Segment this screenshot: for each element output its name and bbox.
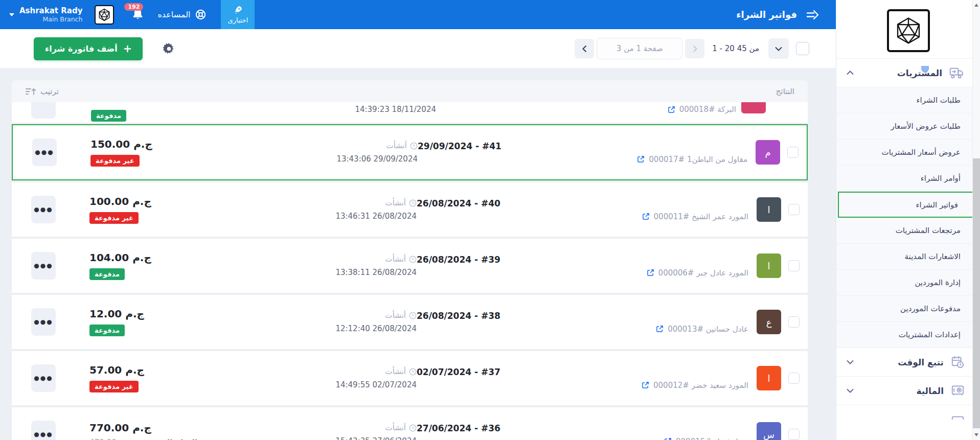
scrollbar-up-arrow-icon[interactable] bbox=[974, 4, 978, 7]
settings-button[interactable] bbox=[162, 42, 176, 56]
created-block: أنشأت 14:49:55 02/07/2024 bbox=[263, 367, 417, 389]
row-checkbox[interactable] bbox=[788, 316, 800, 328]
sort-control[interactable]: ترتيب bbox=[25, 87, 59, 96]
supplier-link[interactable]: عادل حسانين #000013 bbox=[417, 325, 748, 334]
invoice-row-partial[interactable]: مدفوعة 14:39:23 18/11/2024 البركة #00001… bbox=[12, 102, 808, 123]
sidebar-item-supplier-management[interactable]: إدارة الموردين bbox=[836, 270, 980, 296]
row-actions-button[interactable]: ●●● bbox=[32, 138, 57, 166]
invoice-row-41[interactable]: م 29/09/2024 - #41 مقاول من الباطن1 #000… bbox=[12, 124, 808, 180]
sidebar-item-supplier-payments[interactable]: مدفوعات الموردين bbox=[836, 296, 980, 322]
app-logo-chip[interactable] bbox=[95, 5, 114, 25]
sidebar: المشتريات طلبات الشراء طلبات عروض الأسعا… bbox=[836, 0, 980, 440]
sidebar-collapse-icon[interactable] bbox=[805, 9, 821, 20]
chevron-down-icon bbox=[847, 360, 854, 364]
sidebar-item-purchase-settings[interactable]: إعدادات المشتريات bbox=[836, 322, 980, 348]
invoice-info: 26/08/2024 - #40 المورد عمر الشيخ #00001… bbox=[417, 198, 748, 221]
sidebar-section-label: المالية bbox=[916, 386, 944, 396]
add-purchase-invoice-button[interactable]: أضف فاتورة شراء bbox=[34, 37, 143, 60]
sidebar-item-purchase-invoices-active[interactable]: فواتير الشراء bbox=[838, 192, 978, 218]
invoice-row-39[interactable]: ا 26/08/2024 - #39 المورد عادل جبر #0000… bbox=[12, 239, 808, 293]
external-link-icon bbox=[664, 437, 672, 440]
status-badge: مدفوعة bbox=[89, 268, 125, 280]
invoice-row-37[interactable]: ا 02/07/2024 - #37 المورد سعيد خضر #0000… bbox=[12, 351, 808, 405]
row-checkbox[interactable] bbox=[788, 204, 800, 215]
row-checkbox[interactable] bbox=[788, 429, 800, 440]
sort-label: ترتيب bbox=[40, 87, 59, 96]
invoice-title: 26/08/2024 - #38 bbox=[417, 311, 748, 321]
help-button[interactable]: المساعده bbox=[157, 9, 207, 20]
user-menu[interactable]: Ashrakat Rady Main Branch bbox=[9, 6, 82, 23]
sidebar-section-time-tracking[interactable]: تتبع الوقت bbox=[836, 348, 980, 377]
topbar: فواتير الشراء اختبارى المساعده 192 bbox=[0, 0, 836, 29]
sidebar-item-purchase-requests[interactable]: طلبات الشراء bbox=[836, 87, 980, 113]
invoice-info: 02/07/2024 - #37 المورد سعيد خضر #000012 bbox=[417, 367, 748, 390]
lifebuoy-icon bbox=[195, 9, 207, 20]
app-window: المشتريات طلبات الشراء طلبات عروض الأسعا… bbox=[0, 0, 980, 440]
invoice-amount: 104.00 ج.م bbox=[89, 251, 151, 264]
cut-off-icon bbox=[951, 414, 965, 420]
row-checkbox[interactable] bbox=[788, 373, 800, 384]
results-card: النتائج ترتيب مدفوعة 14:39:23 18/11/2024… bbox=[12, 80, 808, 440]
invoice-title: 26/08/2024 - #40 bbox=[417, 198, 748, 209]
created-label: أنشأت bbox=[263, 367, 417, 376]
row-actions-button[interactable]: ●●● bbox=[31, 421, 56, 440]
row-actions-button[interactable]: ●●● bbox=[31, 196, 56, 223]
status-badge: مدفوعة bbox=[89, 325, 125, 336]
avatar: م bbox=[756, 140, 780, 165]
sort-icon bbox=[25, 87, 36, 96]
sidebar-section-cut-off[interactable] bbox=[836, 405, 980, 420]
avatar bbox=[741, 102, 766, 113]
created-label: أنشأت bbox=[263, 254, 417, 264]
sidebar-item-purchase-orders[interactable]: أوامر الشراء bbox=[836, 166, 980, 192]
user-branch: Main Branch bbox=[19, 15, 82, 23]
row-checkbox[interactable] bbox=[787, 147, 799, 158]
sidebar-section-label: تتبع الوقت bbox=[898, 357, 944, 367]
external-link-icon bbox=[637, 155, 645, 163]
row-actions-button[interactable]: ●●● bbox=[31, 308, 56, 336]
page-indicator[interactable]: صفحة 1 من 3 bbox=[597, 38, 682, 59]
status-badge: غير مدفوعة bbox=[89, 212, 139, 224]
toolbar: 1 - 20 من 45 صفحة 1 من 3 أضف فاتورة شراء bbox=[0, 29, 836, 68]
page-title: فواتير الشراء bbox=[736, 9, 797, 20]
sidebar-section-purchases[interactable]: المشتريات bbox=[836, 59, 980, 87]
invoice-info: 26/08/2024 - #38 عادل حسانين #000013 bbox=[417, 311, 748, 334]
invoice-info: 27/06/2024 - #36 سعاد فضل #000015 bbox=[417, 423, 748, 440]
supplier-link[interactable]: البركة #000018 bbox=[668, 105, 736, 114]
supplier-link[interactable]: المورد سعيد خضر #000012 bbox=[417, 381, 748, 390]
row-actions-button[interactable]: ●●● bbox=[31, 252, 56, 280]
invoice-amount: 12.00 ج.م bbox=[89, 308, 144, 320]
chevron-left-icon bbox=[582, 45, 587, 53]
test-mode-tab[interactable]: اختبارى bbox=[221, 0, 255, 29]
row-actions-button[interactable] bbox=[31, 102, 56, 119]
sidebar-item-purchase-returns[interactable]: مرتجعات المشتريات bbox=[836, 218, 980, 244]
next-page-button[interactable] bbox=[685, 39, 704, 58]
page-scrollbar[interactable] bbox=[972, 0, 980, 440]
bulk-actions-dropdown[interactable] bbox=[768, 38, 789, 59]
supplier-link[interactable]: سعاد فضل #000015 bbox=[417, 437, 748, 440]
notifications-button[interactable]: 192 bbox=[131, 8, 144, 21]
clock-icon bbox=[410, 142, 418, 150]
results-label: النتائج bbox=[776, 87, 794, 96]
sidebar-item-quotation-requests[interactable]: طلبات عروض الأسعار bbox=[836, 113, 980, 140]
amount-block: 770.00 ج.م المبلغ المستحق: 470.00 ج.م bbox=[89, 422, 187, 440]
notifications-count-badge: 192 bbox=[124, 3, 143, 11]
previous-page-button[interactable] bbox=[575, 39, 594, 58]
clock-icon bbox=[409, 424, 417, 432]
scrollbar-thumb[interactable] bbox=[973, 158, 980, 428]
sidebar-section-finance[interactable]: المالية bbox=[836, 377, 980, 405]
select-all-checkbox[interactable] bbox=[796, 42, 809, 55]
amount-block: 100.00 ج.م غير مدفوعة bbox=[89, 195, 187, 224]
supplier-link[interactable]: المورد عادل جبر #000006 bbox=[417, 268, 748, 277]
sidebar-item-purchase-quotations[interactable]: عروض أسعار المشتريات bbox=[836, 140, 980, 166]
invoice-info: 29/09/2024 - #41 مقاول من الباطن1 #00001… bbox=[418, 141, 747, 164]
supplier-link[interactable]: مقاول من الباطن1 #000017 bbox=[418, 155, 747, 164]
row-actions-button[interactable]: ●●● bbox=[31, 364, 56, 392]
sidebar-item-debit-notes[interactable]: الاشعارات المدينة bbox=[836, 244, 980, 270]
scrollbar-down-arrow-icon[interactable] bbox=[974, 433, 978, 436]
invoice-row-40[interactable]: ا 26/08/2024 - #40 المورد عمر الشيخ #000… bbox=[12, 182, 808, 237]
invoice-row-36[interactable]: س 27/06/2024 - #36 سعاد فضل #000015 أنشأ… bbox=[12, 407, 808, 440]
supplier-link[interactable]: المورد عمر الشيخ #000011 bbox=[417, 212, 748, 221]
invoice-row-38[interactable]: ع 26/08/2024 - #38 عادل حسانين #000013 أ… bbox=[12, 295, 808, 349]
amount-block: 12.00 ج.م مدفوعة bbox=[89, 308, 187, 336]
row-checkbox[interactable] bbox=[788, 260, 800, 271]
